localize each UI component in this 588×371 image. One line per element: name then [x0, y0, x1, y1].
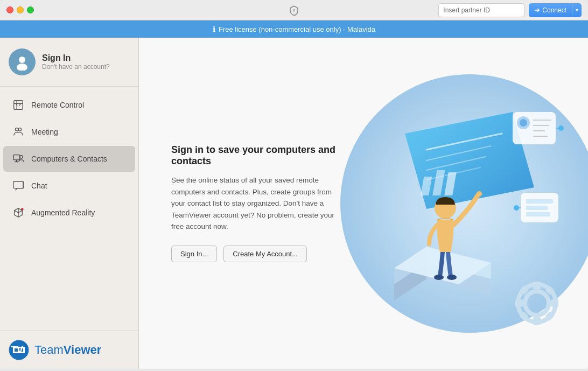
- title-bar: ➜ Connect ▾: [0, 0, 588, 20]
- sidebar-item-chat[interactable]: Chat: [3, 173, 135, 199]
- user-section[interactable]: Sign In Don't have an account?: [0, 38, 138, 87]
- meeting-icon: [12, 125, 25, 138]
- illustration-svg: [330, 69, 588, 338]
- svg-point-9: [21, 208, 24, 211]
- connect-button-group: ➜ Connect ▾: [529, 3, 582, 17]
- sidebar: Sign In Don't have an account? Remote Co…: [0, 38, 139, 369]
- connect-arrow-icon: ➜: [534, 6, 540, 14]
- sidebar-item-computers-contacts[interactable]: Computers & Contacts: [3, 146, 135, 172]
- svg-point-38: [477, 191, 482, 197]
- info-icon: ℹ: [213, 25, 215, 33]
- teamviewer-logo-icon: TV: [9, 340, 29, 360]
- minimize-button[interactable]: [17, 6, 24, 13]
- chat-label: Chat: [31, 181, 47, 190]
- svg-rect-44: [551, 299, 558, 307]
- content-buttons: Sign In... Create My Account...: [171, 246, 344, 262]
- brand-team: Team: [34, 343, 64, 356]
- svg-rect-42: [533, 317, 541, 325]
- svg-point-1: [293, 11, 294, 12]
- svg-rect-6: [13, 155, 20, 160]
- connect-button[interactable]: ➜ Connect: [529, 3, 572, 17]
- svg-point-36: [447, 275, 457, 280]
- sign-in-button[interactable]: Sign In...: [171, 246, 217, 262]
- svg-rect-8: [13, 181, 23, 188]
- illustration: [319, 38, 588, 369]
- info-banner: ℹ Free license (non-commercial use only)…: [0, 20, 588, 38]
- brand-viewer: Viewer: [64, 343, 102, 356]
- chat-icon: [12, 179, 25, 192]
- sign-in-label: Sign In: [42, 53, 110, 63]
- augmented-reality-icon: [12, 206, 25, 219]
- content-area: Sign in to save your computers and conta…: [139, 38, 588, 369]
- content-heading: Sign in to save your computers and conta…: [171, 144, 344, 167]
- meeting-label: Meeting: [31, 128, 58, 136]
- svg-point-35: [434, 275, 444, 280]
- close-button[interactable]: [6, 6, 13, 13]
- svg-point-4: [16, 128, 19, 131]
- title-bar-center: [289, 5, 299, 16]
- connect-label: Connect: [542, 6, 566, 14]
- svg-point-2: [19, 57, 25, 63]
- nav-items: Remote Control Meeting: [0, 87, 138, 331]
- content-text: Sign in to save your computers and conta…: [171, 144, 344, 262]
- remote-control-icon: [12, 99, 25, 111]
- main-layout: Sign In Don't have an account? Remote Co…: [0, 38, 588, 369]
- maximize-button[interactable]: [27, 6, 34, 13]
- warning-icon: [289, 5, 299, 16]
- computers-contacts-icon: [12, 152, 25, 165]
- create-account-button[interactable]: Create My Account...: [223, 246, 307, 262]
- brand-label: TeamViewer: [34, 343, 101, 357]
- svg-text:TV: TV: [11, 345, 23, 355]
- svg-rect-31: [526, 206, 548, 210]
- traffic-lights: [6, 6, 34, 13]
- banner-text: Free license (non-commercial use only) -…: [219, 25, 375, 33]
- svg-rect-41: [533, 282, 541, 289]
- svg-point-3: [17, 64, 27, 71]
- svg-point-40: [525, 291, 549, 315]
- sidebar-footer: TV TeamViewer: [0, 331, 138, 369]
- svg-point-22: [520, 119, 527, 127]
- content-description: See the online status of all your saved …: [171, 174, 344, 233]
- sidebar-item-augmented-reality[interactable]: Augmented Reality: [3, 200, 135, 226]
- svg-rect-20: [513, 112, 556, 144]
- sidebar-item-meeting[interactable]: Meeting: [3, 119, 135, 145]
- svg-rect-32: [526, 212, 550, 216]
- sign-in-subtitle: Don't have an account?: [42, 63, 110, 71]
- sidebar-item-remote-control[interactable]: Remote Control: [3, 92, 135, 118]
- partner-id-input[interactable]: [438, 3, 524, 17]
- svg-point-5: [18, 128, 22, 131]
- svg-rect-43: [515, 299, 523, 307]
- remote-control-label: Remote Control: [31, 101, 84, 109]
- user-info: Sign In Don't have an account?: [42, 53, 110, 71]
- avatar-icon: [13, 53, 31, 71]
- augmented-reality-label: Augmented Reality: [31, 208, 95, 217]
- avatar: [9, 48, 36, 75]
- title-bar-right: ➜ Connect ▾: [438, 3, 582, 17]
- svg-rect-30: [526, 199, 553, 204]
- svg-point-7: [20, 156, 23, 159]
- computers-contacts-label: Computers & Contacts: [31, 155, 107, 163]
- connect-dropdown-button[interactable]: ▾: [572, 3, 582, 17]
